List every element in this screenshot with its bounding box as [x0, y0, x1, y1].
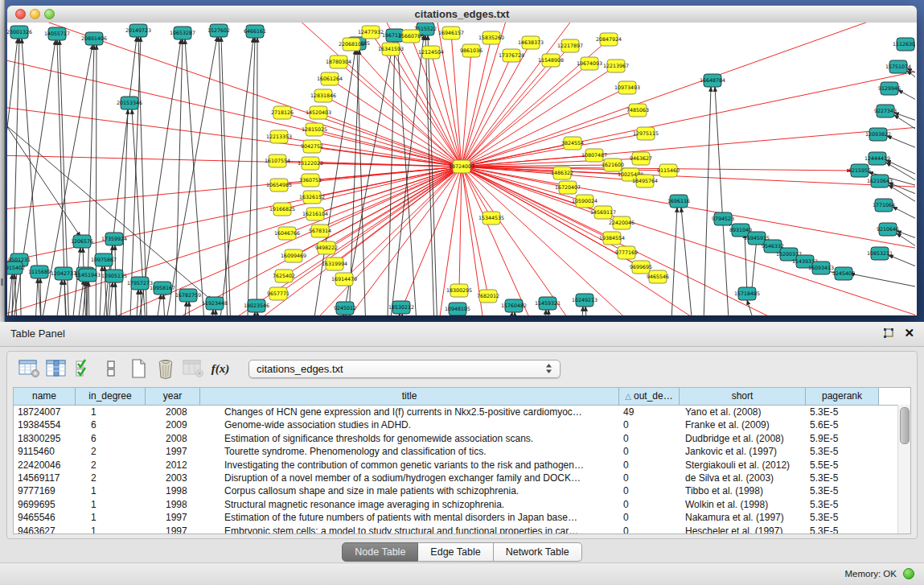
table-cell[interactable]: 2	[76, 445, 146, 458]
table-cell[interactable]: 2008	[146, 406, 200, 418]
table-cell[interactable]: 9463627	[14, 525, 76, 534]
graph-node[interactable]: 7625402	[273, 270, 295, 282]
graph-node[interactable]: 3360751	[299, 174, 322, 187]
table-cell[interactable]: 5.3E-5	[806, 498, 879, 511]
table-cell[interactable]: Hescheler et al. (1997)	[680, 525, 806, 534]
graph-node[interactable]: 1771064	[873, 199, 895, 212]
tab-node-table[interactable]: Node Table	[342, 542, 418, 562]
graph-node[interactable]: 12042737	[51, 267, 76, 280]
graph-node[interactable]: 17376728	[499, 49, 524, 62]
graph-node[interactable]: 17359924	[101, 233, 127, 245]
minimize-button[interactable]	[30, 9, 40, 19]
table-cell[interactable]: 5.3E-5	[806, 445, 879, 458]
graph-node[interactable]: 12444419	[864, 152, 890, 165]
graph-node[interactable]: 12477932	[358, 26, 384, 39]
table-selector-dropdown[interactable]: citations_edges.txt	[248, 360, 561, 378]
graph-node[interactable]: 7485063	[626, 104, 649, 117]
table-cell[interactable]: 2012	[146, 459, 200, 472]
column-header-out_de[interactable]: △out_de…	[619, 388, 680, 405]
graph-node[interactable]: 15751074	[885, 60, 911, 73]
float-window-icon[interactable]	[882, 328, 895, 340]
graph-node[interactable]: 18780304	[326, 56, 351, 68]
table-cell[interactable]: 14569117	[14, 472, 76, 484]
table-cell[interactable]: 0	[619, 472, 680, 484]
graph-node[interactable]: 10249213	[572, 294, 598, 307]
graph-node[interactable]: 9465546	[647, 270, 669, 283]
table-cell[interactable]: 6	[76, 432, 146, 445]
table-cell[interactable]: Changes of HCN gene expression and I(f) …	[200, 406, 619, 418]
graph-node[interactable]: 16210643	[867, 175, 893, 187]
column-header-short[interactable]: short	[680, 388, 806, 405]
table-cell[interactable]: 18724007	[14, 406, 76, 418]
table-cell[interactable]: Dudbridge et al. (2008)	[680, 432, 806, 445]
table-cell[interactable]: 9465546	[14, 511, 76, 524]
table-cell[interactable]: Estimation of the future numbers of pati…	[200, 511, 619, 524]
graph-node[interactable]: 16319994	[322, 257, 347, 270]
graph-node[interactable]: 16341593	[378, 43, 404, 56]
table-header[interactable]: namein_degreeyeartitle△out_de…shortpager…	[14, 388, 910, 406]
graph-node[interactable]: 14569117	[590, 206, 616, 219]
graph-node[interactable]: 16326152	[299, 191, 325, 204]
table-cell[interactable]: Yano et al. (2008)	[680, 406, 806, 418]
table-row[interactable]: 969969511998Structural magnetic resonanc…	[14, 498, 910, 511]
table-cell[interactable]: 22420046	[14, 459, 76, 472]
graph-node[interactable]: 1486322	[551, 167, 573, 179]
column-header-title[interactable]: title	[200, 388, 619, 405]
table-cell[interactable]: 0	[619, 511, 680, 524]
graph-node[interactable]: 12815025	[302, 123, 327, 136]
table-cell[interactable]: Structural magnetic resonance image aver…	[200, 498, 619, 511]
graph-node[interactable]: 1696116	[667, 195, 690, 208]
graph-node[interactable]: 9245406	[832, 267, 855, 280]
table-cell[interactable]: 1997	[146, 445, 200, 458]
table-cell[interactable]: 5.6E-5	[806, 418, 879, 431]
graph-node[interactable]: 16914479	[331, 273, 357, 286]
delete-trash-icon[interactable]	[154, 357, 178, 380]
scrollbar-thumb[interactable]	[900, 407, 910, 444]
graph-node[interactable]: 16648784	[700, 74, 725, 87]
table-cell[interactable]: 6	[76, 418, 146, 431]
table-cell[interactable]: 1	[76, 406, 146, 418]
graph-node[interactable]: 2718126	[271, 106, 294, 119]
graph-node[interactable]: 10975867	[91, 253, 117, 266]
graph-node[interactable]: 11548908	[538, 54, 564, 67]
graph-node[interactable]: 12217897	[557, 39, 583, 52]
table-cell[interactable]: Investigating the contribution of common…	[200, 459, 619, 472]
graph-node[interactable]: 15718485	[734, 287, 760, 300]
graph-node[interactable]: 22420046	[609, 216, 634, 229]
graph-node[interactable]: 9210646	[877, 223, 899, 236]
graph-node[interactable]: 9794523	[712, 212, 734, 225]
graph-node[interactable]: 10973493	[614, 81, 640, 94]
table-cell[interactable]: Tourette syndrome. Phenomenology and cla…	[200, 445, 619, 458]
table-cell[interactable]: de Silva et al. (2003)	[680, 472, 806, 484]
table-cell[interactable]: 1997	[146, 525, 200, 534]
table-cell[interactable]: 0	[619, 498, 680, 511]
table-cell[interactable]: Wolkin et al. (1998)	[680, 498, 806, 511]
table-cell[interactable]: 1	[76, 525, 146, 534]
graph-node[interactable]: 15760482	[501, 299, 527, 312]
table-cell[interactable]: 5.3E-5	[806, 511, 879, 524]
graph-node[interactable]: 12213967	[603, 60, 629, 72]
graph-node[interactable]: 20149723	[125, 24, 151, 37]
graph-node[interactable]: 11451943	[75, 269, 101, 282]
table-cell[interactable]: 9777169	[14, 484, 76, 497]
table-cell[interactable]: 0	[619, 484, 680, 497]
table-cell[interactable]: 0	[619, 432, 680, 445]
table-cell[interactable]: 5.3E-5	[806, 484, 879, 497]
close-panel-icon[interactable]: ✕	[904, 326, 914, 340]
graph-node[interactable]: 10653287	[170, 27, 195, 39]
tab-edge-table[interactable]: Edge Table	[418, 542, 493, 562]
table-row[interactable]: 1872400712008Changes of HCN gene express…	[14, 406, 910, 418]
graph-node[interactable]: 16099469	[281, 249, 306, 262]
graph-node[interactable]: 10853211	[867, 247, 893, 260]
graph-node[interactable]: 6466161	[244, 25, 266, 38]
graph-node[interactable]: 7682012	[477, 290, 499, 303]
table-cell[interactable]: 1	[76, 484, 146, 497]
table-vertical-scrollbar[interactable]	[897, 405, 910, 534]
graph-node[interactable]: 18023546	[244, 299, 269, 312]
table-row[interactable]: 977716911998Corpus callosum shape and si…	[14, 484, 910, 497]
graph-node[interactable]: 9657771	[267, 287, 290, 300]
table-settings-icon[interactable]	[17, 357, 41, 380]
graph-node[interactable]: 1621600	[602, 159, 624, 171]
graph-node[interactable]: 12905135	[101, 270, 127, 282]
table-cell[interactable]: Stergiakouli et al. (2012)	[680, 459, 806, 472]
